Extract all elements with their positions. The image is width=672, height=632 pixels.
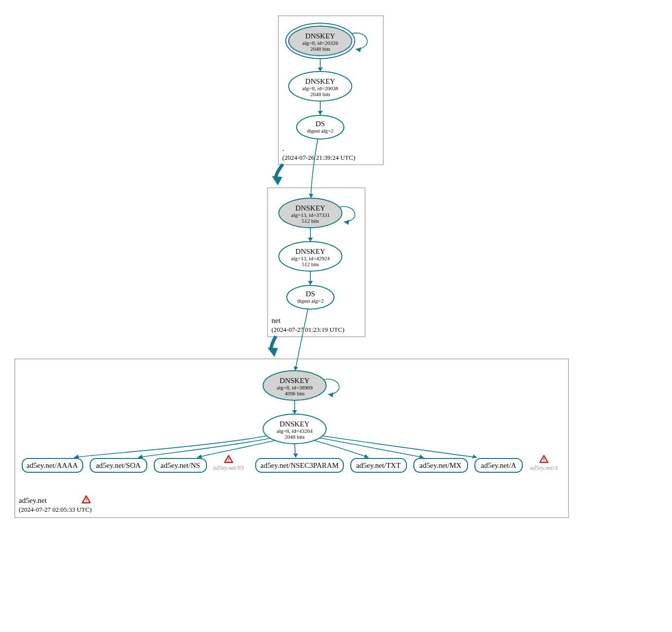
svg-text:!: ! — [228, 457, 230, 463]
delegation-root-to-net — [272, 164, 283, 185]
rrset-nsec3param: ad5ey.net/NSEC3PARAM — [256, 458, 343, 472]
edge-net-ds-to-ad5ey-ksk — [295, 309, 308, 371]
rrset-soa: ad5ey.net/SOA — [90, 458, 147, 472]
svg-text:ad5ey.net/AAAA: ad5ey.net/AAAA — [27, 461, 78, 469]
svg-marker-23 — [344, 220, 349, 225]
dnssec-graph: . (2024-07-26 21:39:24 UTC) DNSKEY alg=8… — [0, 0, 672, 632]
svg-marker-29 — [308, 281, 313, 285]
svg-marker-68 — [74, 455, 79, 458]
node-net-ksk: DNSKEY alg=13, id=37331 512 bits — [279, 198, 355, 228]
rrset-txt: ad5ey.net/TXT — [351, 458, 406, 472]
delegation-net-to-ad5ey — [268, 336, 278, 357]
zone-net-timestamp: (2024-07-27 01:23:19 UTC) — [271, 326, 344, 333]
svg-text:!: ! — [543, 457, 545, 463]
svg-text:DNSKEY: DNSKEY — [296, 204, 326, 212]
svg-marker-7 — [318, 68, 323, 71]
svg-marker-33 — [268, 348, 278, 357]
svg-text:ad5ey.net/TXT: ad5ey.net/TXT — [356, 461, 401, 469]
rrset-a-warning: ! ad5ey.net/A — [530, 456, 558, 471]
svg-marker-42 — [328, 392, 334, 397]
svg-text:DNSKEY: DNSKEY — [296, 247, 326, 255]
svg-text:alg=8, id=20038: alg=8, id=20038 — [302, 85, 338, 91]
svg-text:512 bits: 512 bits — [302, 261, 319, 267]
zone-net-label: net — [271, 316, 281, 324]
zone-net: net (2024-07-27 01:23:19 UTC) DNSKEY alg… — [268, 188, 365, 337]
zone-root-timestamp: (2024-07-26 21:39:24 UTC) — [282, 154, 355, 161]
svg-marker-12 — [318, 111, 323, 115]
svg-marker-73 — [419, 455, 424, 458]
svg-text:!: ! — [85, 497, 87, 503]
node-net-zsk: DNSKEY alg=13, id=42924 512 bits — [279, 242, 342, 271]
svg-text:alg=8, id=20326: alg=8, id=20326 — [302, 40, 338, 46]
svg-text:ad5ey.net/NS: ad5ey.net/NS — [161, 461, 200, 469]
svg-marker-43 — [292, 410, 297, 414]
svg-marker-70 — [197, 455, 202, 458]
rrset-ns: ad5ey.net/NS — [154, 458, 206, 472]
svg-marker-17 — [309, 194, 313, 198]
svg-marker-71 — [293, 454, 298, 457]
svg-text:DS: DS — [305, 290, 315, 298]
svg-marker-16 — [272, 176, 282, 185]
svg-marker-24 — [308, 238, 313, 242]
svg-text:alg=13, id=37331: alg=13, id=37331 — [291, 212, 330, 218]
warning-icon: ! — [82, 496, 90, 503]
node-net-ds: DS digest alg=2 — [287, 285, 334, 309]
svg-marker-74 — [472, 455, 477, 458]
svg-text:ad5ey.net/NS: ad5ey.net/NS — [213, 464, 244, 471]
node-root-ds: DS digest alg=2 — [297, 115, 344, 139]
svg-text:ad5ey.net/A: ad5ey.net/A — [481, 461, 516, 469]
svg-text:alg=8, id=38909: alg=8, id=38909 — [277, 385, 313, 390]
node-root-ksk: DNSKEY alg=8, id=20326 2048 bits — [286, 23, 368, 59]
svg-text:4096 bits: 4096 bits — [285, 390, 305, 396]
svg-text:512 bits: 512 bits — [302, 218, 319, 224]
svg-text:DNSKEY: DNSKEY — [305, 77, 336, 85]
svg-text:DNSKEY: DNSKEY — [280, 420, 310, 428]
node-ad5ey-ksk: DNSKEY alg=8, id=38909 4096 bits — [263, 371, 339, 400]
svg-text:DNSKEY: DNSKEY — [305, 32, 336, 40]
rrset-ns-warning: ! ad5ey.net/NS — [213, 456, 244, 471]
warning-icon: ! — [225, 456, 233, 463]
svg-text:digest alg=2: digest alg=2 — [307, 128, 334, 134]
node-root-zsk: DNSKEY alg=8, id=20038 2048 bits — [289, 71, 352, 101]
zone-root-label: . — [282, 144, 284, 152]
svg-text:ad5ey.net/A: ad5ey.net/A — [530, 464, 558, 471]
zone-ad5ey-timestamp: (2024-07-27 02:05:33 UTC) — [19, 506, 92, 513]
svg-text:ad5ey.net/SOA: ad5ey.net/SOA — [96, 461, 140, 469]
warning-icon: ! — [540, 456, 548, 463]
zone-ad5ey-label: ad5ey.net — [19, 496, 47, 504]
svg-text:alg=8, id=43204: alg=8, id=43204 — [277, 428, 313, 434]
svg-text:ad5ey.net/MX: ad5ey.net/MX — [419, 461, 461, 469]
zone-ad5ey: ad5ey.net (2024-07-27 02:05:33 UTC) ! DN… — [15, 359, 569, 518]
rrset-aaaa: ad5ey.net/AAAA — [22, 458, 83, 472]
svg-marker-69 — [138, 455, 143, 458]
edge-root-ds-to-net-ksk — [311, 139, 318, 198]
svg-text:2048 bits: 2048 bits — [285, 434, 305, 440]
svg-text:ad5ey.net/NSEC3PARAM: ad5ey.net/NSEC3PARAM — [261, 461, 339, 469]
rrset-a: ad5ey.net/A — [475, 458, 522, 472]
svg-text:alg=13, id=42924: alg=13, id=42924 — [291, 255, 330, 261]
svg-text:2048 bits: 2048 bits — [310, 91, 331, 97]
rrset-mx: ad5ey.net/MX — [414, 458, 468, 472]
svg-text:digest alg=2: digest alg=2 — [297, 298, 324, 304]
svg-text:DNSKEY: DNSKEY — [280, 377, 310, 385]
svg-marker-6 — [356, 47, 361, 52]
zone-root: . (2024-07-26 21:39:24 UTC) DNSKEY alg=8… — [278, 16, 383, 165]
svg-text:2048 bits: 2048 bits — [310, 46, 331, 52]
node-ad5ey-zsk: DNSKEY alg=8, id=43204 2048 bits — [263, 414, 326, 444]
svg-text:DS: DS — [315, 120, 325, 128]
svg-marker-34 — [294, 366, 298, 371]
